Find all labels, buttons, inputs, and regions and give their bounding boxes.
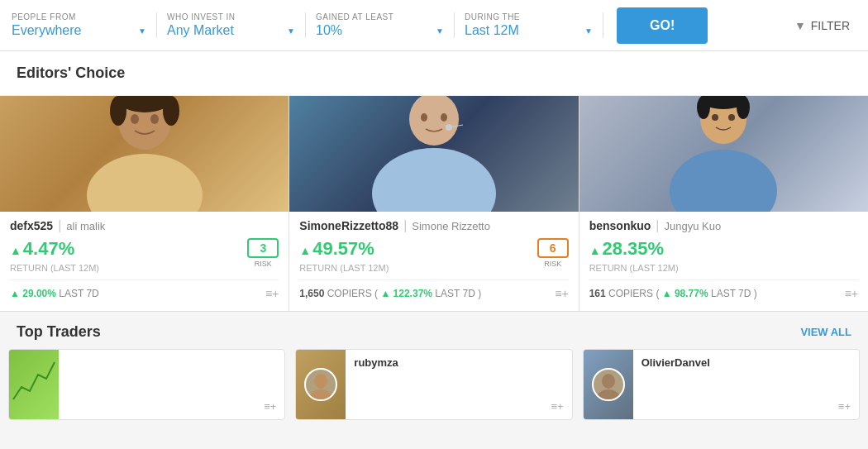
- svg-point-14: [670, 150, 777, 212]
- filter-button[interactable]: ▼ FILTER: [785, 19, 860, 32]
- trader-1-realname: ali malik: [66, 220, 105, 232]
- copy-button-1[interactable]: ≡+: [265, 287, 279, 300]
- filter-icon: ▼: [794, 19, 806, 32]
- trader-3-silhouette: [641, 96, 806, 212]
- olivier-avatar-bg: [584, 350, 633, 419]
- mini-copy-icon-2[interactable]: ≡+: [551, 400, 563, 413]
- trader-3-return-label: RETURN (LAST 12M): [589, 263, 679, 273]
- trader-3-copiers-text: 161 COPIERS ( ▲ 98.77% LAST 7D ): [589, 288, 757, 299]
- rubymza-username: rubymza: [354, 356, 563, 369]
- mini-card-chart-img: [9, 350, 59, 419]
- people-from-value: Everywhere: [12, 23, 81, 38]
- trader-1-return-label: RETURN (LAST 12M): [10, 263, 99, 273]
- trader-1-return-value: ▲4.47%: [10, 238, 99, 260]
- rubymza-avatar: [304, 368, 337, 401]
- trader-2-return-value: ▲49.57%: [299, 238, 389, 260]
- mini-card-rubymza-body: rubymza ≡+: [346, 350, 571, 419]
- chart-svg: [9, 350, 59, 416]
- svg-point-21: [309, 389, 332, 399]
- trader-1-username: defx525: [10, 219, 53, 232]
- svg-point-6: [163, 96, 179, 126]
- trader-1-copiers: ▲ 29.00% LAST 7D ≡+: [10, 279, 279, 300]
- trader-card-1: defx525 | ali malik ▲4.47% RETURN (LAST …: [0, 96, 289, 311]
- trader-3-return: ▲28.35% RETURN (LAST 12M): [589, 238, 679, 273]
- trader-2-risk-label: RISK: [537, 260, 569, 268]
- top-traders-title: Top Traders: [17, 323, 101, 341]
- chart-bg: [9, 350, 59, 419]
- svg-point-19: [737, 96, 750, 119]
- trader-card-2-info: SimoneRizzetto88 | Simone Rizzetto ▲49.5…: [289, 212, 578, 307]
- mini-copy-icon-3[interactable]: ≡+: [838, 400, 851, 413]
- trader-2-copiers-text: 1,650 COPIERS ( ▲ 122.37% LAST 7D ): [299, 288, 481, 299]
- trader-1-return: ▲4.47% RETURN (LAST 12M): [10, 238, 99, 273]
- svg-point-16: [728, 114, 735, 121]
- mini-card-olivier-actions: ≡+: [641, 400, 851, 413]
- view-all-link[interactable]: VIEW ALL: [800, 326, 851, 338]
- trader-2-risk-block: 6 RISK: [537, 238, 569, 268]
- during-value: Last 12M: [465, 23, 519, 38]
- svg-point-10: [441, 113, 447, 122]
- editors-choice-cards: defx525 | ali malik ▲4.47% RETURN (LAST …: [0, 96, 868, 312]
- who-invest-label: WHO INVEST IN: [167, 12, 295, 21]
- rubymza-avatar-img: [306, 370, 336, 399]
- editors-choice-title: Editors' Choice: [17, 64, 125, 81]
- trader-card-1-info: defx525 | ali malik ▲4.47% RETURN (LAST …: [0, 212, 289, 307]
- during-label: DURING THE: [465, 12, 593, 21]
- trader-1-copiers-change: ▲ 29.00%: [10, 288, 56, 299]
- gained-select[interactable]: 10% ▼: [316, 23, 444, 38]
- copy-button-2[interactable]: ≡+: [555, 287, 568, 300]
- trader-card-3: bensonkuo | Jungyu Kuo ▲28.35% RETURN (L…: [579, 96, 868, 311]
- trader-2-return-label: RETURN (LAST 12M): [299, 263, 389, 273]
- trader-1-silhouette: [62, 96, 227, 212]
- trader-1-risk-block: 3 RISK: [247, 238, 279, 268]
- svg-point-7: [409, 96, 459, 146]
- svg-point-22: [602, 374, 615, 389]
- trader-3-copiers: 161 COPIERS ( ▲ 98.77% LAST 7D ) ≡+: [589, 279, 858, 300]
- gained-value: 10%: [316, 23, 342, 38]
- people-from-filter: PEOPLE FROM Everywhere ▼: [8, 12, 157, 38]
- mini-card-chart-actions: ≡+: [67, 400, 276, 413]
- filter-label: FILTER: [811, 19, 850, 32]
- trader-1-risk-box: 3: [247, 238, 279, 258]
- trader-2-realname: Simone Rizzetto: [412, 220, 490, 232]
- trader-2-username: SimoneRizzetto88: [299, 219, 398, 232]
- during-arrow-icon: ▼: [584, 26, 593, 36]
- trader-card-2-image: [289, 96, 578, 212]
- mini-card-olivier-img: [584, 350, 633, 419]
- trader-card-1-image: [0, 96, 289, 212]
- svg-point-20: [314, 374, 327, 389]
- who-invest-select[interactable]: Any Market ▼: [167, 23, 295, 38]
- trader-2-risk-box: 6: [537, 238, 569, 258]
- gained-arrow-icon: ▼: [436, 26, 444, 36]
- during-select[interactable]: Last 12M ▼: [465, 23, 593, 38]
- trader-2-silhouette: [343, 96, 525, 212]
- trader-3-username: bensonkuo: [589, 219, 651, 232]
- mini-card-chart-body: ≡+: [59, 350, 284, 419]
- gained-filter: GAINED AT LEAST 10% ▼: [306, 12, 455, 38]
- mini-card-rubymza-img: [296, 350, 346, 419]
- svg-point-23: [597, 389, 620, 399]
- svg-point-1: [87, 154, 203, 212]
- svg-point-3: [150, 114, 159, 124]
- during-filter: DURING THE Last 12M ▼: [455, 12, 603, 38]
- toolbar: PEOPLE FROM Everywhere ▼ WHO INVEST IN A…: [0, 0, 868, 51]
- trader-card-3-info: bensonkuo | Jungyu Kuo ▲28.35% RETURN (L…: [579, 212, 868, 307]
- trader-card-2: SimoneRizzetto88 | Simone Rizzetto ▲49.5…: [289, 96, 579, 311]
- svg-point-5: [110, 96, 126, 126]
- copy-button-3[interactable]: ≡+: [845, 287, 858, 300]
- rubymza-avatar-bg: [296, 350, 346, 419]
- who-invest-filter: WHO INVEST IN Any Market ▼: [157, 12, 306, 38]
- mini-card-rubymza-actions: ≡+: [354, 400, 563, 413]
- go-button[interactable]: GO!: [617, 7, 708, 44]
- mini-card-olivier: OlivierDanvel ≡+: [583, 349, 860, 420]
- people-from-select[interactable]: Everywhere ▼: [12, 23, 146, 38]
- olivier-avatar: [592, 368, 625, 401]
- mini-copy-icon-1[interactable]: ≡+: [264, 400, 276, 413]
- svg-point-2: [131, 114, 139, 124]
- olivier-avatar-img: [594, 370, 623, 399]
- svg-point-15: [712, 114, 718, 121]
- mini-card-rubymza: rubymza ≡+: [295, 349, 572, 420]
- svg-point-9: [421, 113, 427, 122]
- who-invest-arrow-icon: ▼: [287, 26, 295, 36]
- svg-point-8: [372, 148, 496, 212]
